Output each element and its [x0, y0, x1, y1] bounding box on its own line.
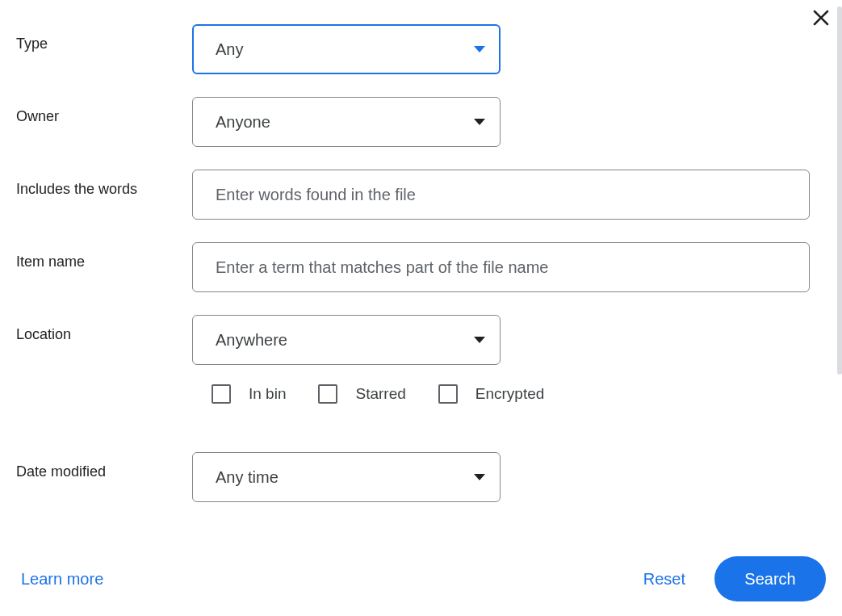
date-modified-label: Date modified: [16, 452, 192, 480]
chevron-down-icon: [474, 119, 485, 125]
item-name-label: Item name: [16, 242, 192, 270]
type-value: Any: [216, 40, 243, 59]
date-modified-select[interactable]: Any time: [192, 452, 501, 502]
chevron-down-icon: [474, 337, 485, 343]
starred-checkbox[interactable]: [318, 384, 337, 404]
close-icon: [811, 8, 831, 27]
location-value: Anywhere: [216, 331, 287, 350]
in-bin-label: In bin: [249, 385, 286, 403]
includes-input[interactable]: [192, 170, 810, 220]
starred-label: Starred: [355, 385, 405, 403]
in-bin-checkbox[interactable]: [212, 384, 231, 404]
date-modified-value: Any time: [216, 468, 279, 487]
chevron-down-icon: [474, 46, 485, 52]
item-name-input[interactable]: [192, 242, 810, 292]
owner-value: Anyone: [216, 113, 270, 132]
location-label: Location: [16, 315, 192, 343]
location-select[interactable]: Anywhere: [192, 315, 501, 365]
encrypted-label: Encrypted: [475, 385, 545, 403]
search-button[interactable]: Search: [714, 556, 826, 601]
includes-label: Includes the words: [16, 170, 192, 198]
chevron-down-icon: [474, 474, 485, 480]
scrollbar[interactable]: [837, 6, 842, 375]
reset-button[interactable]: Reset: [643, 570, 685, 589]
type-label: Type: [16, 24, 192, 52]
learn-more-link[interactable]: Learn more: [21, 570, 103, 589]
type-select[interactable]: Any: [192, 24, 501, 74]
owner-select[interactable]: Anyone: [192, 97, 501, 147]
owner-label: Owner: [16, 97, 192, 125]
encrypted-checkbox[interactable]: [438, 384, 458, 404]
close-button[interactable]: [810, 6, 832, 29]
